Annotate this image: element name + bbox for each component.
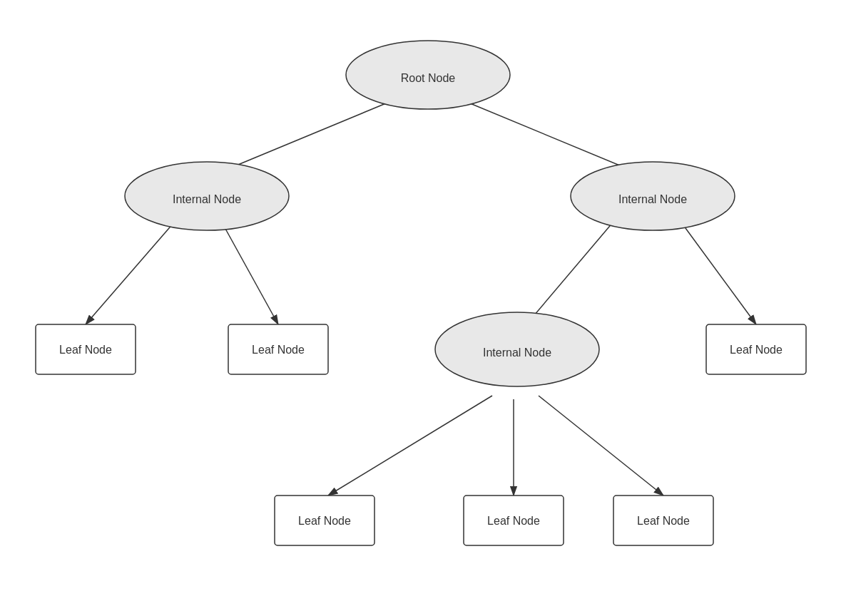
edge-internal1-leaf2 (221, 221, 278, 324)
root-node: Root Node (346, 41, 510, 109)
internal-node-1-label: Internal Node (173, 193, 241, 205)
leaf-node-1-label: Leaf Node (59, 344, 112, 356)
leaf-node-4: Leaf Node (275, 496, 374, 545)
internal-node-3: Internal Node (435, 312, 599, 386)
root-node-label: Root Node (401, 72, 456, 84)
leaf-node-2-label: Leaf Node (252, 344, 305, 356)
edge-internal2-leaf3 (678, 217, 756, 324)
leaf-node-6-label: Leaf Node (637, 515, 690, 527)
leaf-node-2: Leaf Node (228, 324, 328, 374)
edge-internal3-leaf4 (328, 396, 492, 496)
leaf-node-5: Leaf Node (464, 496, 564, 545)
leaf-node-3: Leaf Node (706, 324, 806, 374)
leaf-node-6: Leaf Node (613, 496, 713, 545)
internal-node-2-label: Internal Node (618, 193, 687, 205)
edge-internal1-leaf1 (86, 217, 178, 324)
internal-node-3-label: Internal Node (483, 346, 551, 359)
edge-internal3-leaf6 (539, 396, 663, 496)
leaf-node-3-label: Leaf Node (730, 344, 783, 356)
leaf-node-4-label: Leaf Node (298, 515, 351, 527)
edge-root-internal2 (453, 96, 642, 175)
leaf-node-5-label: Leaf Node (487, 515, 540, 527)
edge-internal2-internal3 (526, 217, 617, 324)
internal-node-1: Internal Node (125, 162, 289, 230)
leaf-node-1: Leaf Node (36, 324, 136, 374)
edge-root-internal1 (214, 96, 403, 175)
internal-node-2: Internal Node (571, 162, 735, 230)
